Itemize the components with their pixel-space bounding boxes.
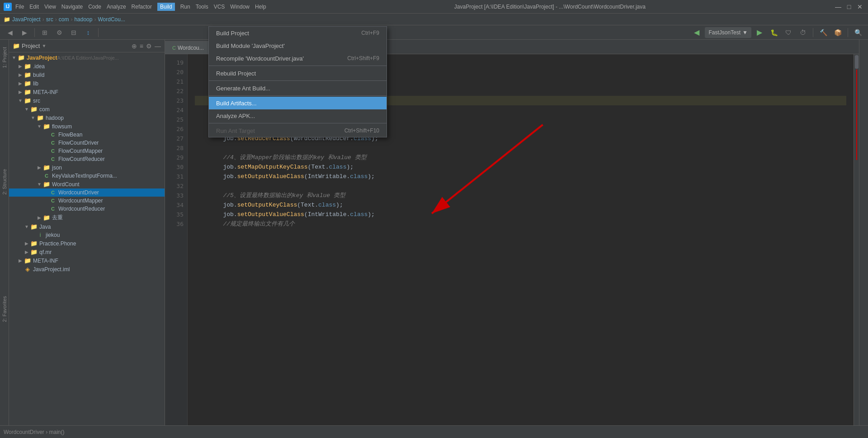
run-config-dropdown[interactable]: FastJsonTest ▼ xyxy=(705,27,751,38)
menu-edit[interactable]: Edit xyxy=(29,4,39,10)
breadcrumb-com[interactable]: com xyxy=(59,16,69,23)
tree-idea[interactable]: ▶ 📁 .idea xyxy=(9,62,165,71)
menu-help[interactable]: Help xyxy=(255,4,266,10)
dd-build-artifacts[interactable]: Build Artifacts... xyxy=(209,97,387,109)
scrollbar-thumb[interactable] xyxy=(855,55,859,69)
tree-keyvalue[interactable]: C KeyValueTextInputForma... xyxy=(9,172,165,180)
project-close-icon[interactable]: — xyxy=(155,42,161,50)
breadcrumb-hadoop[interactable]: hadoop xyxy=(74,16,92,23)
build-project-button[interactable]: 🔨 xyxy=(817,26,830,39)
structure-tab[interactable]: 2: Structure xyxy=(2,165,7,198)
tree-wordcountreducer[interactable]: C WordcountReducer xyxy=(9,205,165,213)
nav-prev-button[interactable]: ◀ xyxy=(690,26,703,39)
menu-tools[interactable]: Tools xyxy=(196,4,208,10)
breadcrumb-javaproject[interactable]: JavaProject xyxy=(12,16,41,23)
ln-19: 19 xyxy=(165,58,184,67)
sdk-button[interactable]: 📦 xyxy=(831,26,844,39)
menu-analyze[interactable]: Analyze xyxy=(107,4,126,10)
run-config-chevron: ▼ xyxy=(742,29,748,36)
code-34: job.setOutputKeyClass(Text.class); xyxy=(195,200,846,210)
tree-wordcount[interactable]: ▼ 📁 WordCount xyxy=(9,180,165,188)
breadcrumb-wordcount[interactable]: WordCou... xyxy=(98,16,125,23)
flowbean-icon: C xyxy=(49,132,57,137)
tree-practice-phone[interactable]: ▶ 📁 Practice.Phone xyxy=(9,239,165,248)
project-dropdown-icon[interactable]: ▼ xyxy=(42,43,46,48)
menu-run[interactable]: Run xyxy=(180,4,190,10)
menu-vcs[interactable]: VCS xyxy=(214,4,225,10)
menu-navigate[interactable]: Navigate xyxy=(61,4,83,10)
tree-com[interactable]: ▼ 📁 com xyxy=(9,105,165,113)
dd-build-project[interactable]: Build Project Ctrl+F9 xyxy=(209,27,387,39)
dd-analyze-apk[interactable]: Analyze APK... xyxy=(209,109,387,122)
tree-build[interactable]: ▶ 📁 build xyxy=(9,71,165,79)
tree-flowsum[interactable]: ▼ 📁 flowsum xyxy=(9,122,165,131)
menu-window[interactable]: Window xyxy=(230,4,250,10)
menu-view[interactable]: View xyxy=(44,4,56,10)
menu-build[interactable]: Build xyxy=(157,3,175,11)
scrollbar[interactable] xyxy=(854,54,859,425)
dd-rebuild[interactable]: Rebuild Project xyxy=(209,67,387,80)
menu-refactor[interactable]: Refactor xyxy=(132,4,152,10)
dd-run-ant: Run Ant Target Ctrl+Shift+F10 xyxy=(209,124,387,137)
menu-code[interactable]: Code xyxy=(88,4,101,10)
tree-flowcountmapper[interactable]: C FlowCountMapper xyxy=(9,147,165,155)
hadoop-label: hadoop xyxy=(46,115,64,121)
maximize-button[interactable]: □ xyxy=(844,2,854,11)
project-title-label: Project xyxy=(22,42,40,49)
tree-root[interactable]: ▼ 📁 JavaProject A:\IDEA Edition\JavaProj… xyxy=(9,53,165,62)
flowcountmapper-label: FlowCountMapper xyxy=(58,148,103,154)
debug-button[interactable]: 🐛 xyxy=(768,26,780,39)
tree-lib[interactable]: ▶ 📁 lib xyxy=(9,79,165,88)
tree-iml[interactable]: ◈ JavaProject.iml xyxy=(9,265,165,273)
dd-build-module[interactable]: Build Module 'JavaProject' xyxy=(209,39,387,52)
project-settings-icon[interactable]: ⚙ xyxy=(146,42,152,50)
build-label: build xyxy=(33,72,44,78)
tree-hadoop[interactable]: ▼ 📁 hadoop xyxy=(9,113,165,122)
tree-flowbean[interactable]: C FlowBean xyxy=(9,131,165,139)
coverage-button[interactable]: 🛡 xyxy=(782,26,795,39)
tree-quchong[interactable]: ▶ 📁 去重 xyxy=(9,213,165,222)
ln-22: 22 xyxy=(165,86,184,96)
tree-flowcountreducer[interactable]: C FlowCountReducer xyxy=(9,155,165,163)
menu-file[interactable]: File xyxy=(15,4,24,10)
tree-wordcountmapper[interactable]: C WordcountMapper xyxy=(9,197,165,205)
project-sync-icon[interactable]: ⊕ xyxy=(132,42,137,50)
tree-json[interactable]: ▶ 📁 json xyxy=(9,163,165,172)
dd-generate-ant[interactable]: Generate Ant Build... xyxy=(209,82,387,94)
quchong-label: 去重 xyxy=(52,214,63,221)
forward-button[interactable]: ▶ xyxy=(18,26,31,39)
profile-button[interactable]: ⏱ xyxy=(797,26,809,39)
ln-28: 28 xyxy=(165,143,184,153)
expand-button[interactable]: ↕ xyxy=(82,26,94,39)
flowsum-folder-icon: 📁 xyxy=(42,123,51,130)
tree-meta-inf2[interactable]: ▶ 📁 META-INF xyxy=(9,256,165,265)
run-config-name: FastJsonTest xyxy=(708,29,741,36)
settings-button[interactable]: ⚙ xyxy=(53,26,66,39)
run-button[interactable]: ▶ xyxy=(753,26,766,39)
tree-meta-inf[interactable]: ▶ 📁 META-INF xyxy=(9,88,165,96)
main-layout: 1: Project 2: Structure 2: Favorites 📁 P… xyxy=(0,40,868,425)
collapse-button[interactable]: ⊟ xyxy=(67,26,80,39)
tab-wordcount[interactable]: C Wordcou... xyxy=(165,41,212,54)
tree-qfmr[interactable]: ▶ 📁 qf.mr xyxy=(9,248,165,256)
recent-files-button[interactable]: ⊞ xyxy=(38,26,51,39)
dd-recompile[interactable]: Recompile 'WordcountDriver.java' Ctrl+Sh… xyxy=(209,52,387,65)
favorites-tab[interactable]: 2: Favorites xyxy=(2,292,7,325)
tree-flowcountdriver[interactable]: C FlowCountDriver xyxy=(9,139,165,147)
project-tab[interactable]: 1: Project xyxy=(2,43,7,71)
close-button[interactable]: ✕ xyxy=(855,2,864,11)
wordcountreducer-icon: C xyxy=(49,206,57,212)
breadcrumb-src[interactable]: src xyxy=(46,16,53,23)
back-button[interactable]: ◀ xyxy=(4,26,16,39)
tree-wordcountdriver[interactable]: C WordcountDriver xyxy=(9,188,165,197)
dd-generate-ant-label: Generate Ant Build... xyxy=(216,85,270,92)
java-label: Java xyxy=(39,224,51,230)
minimize-button[interactable]: — xyxy=(834,2,843,11)
tree-jiekou[interactable]: i jiekou xyxy=(9,231,165,239)
search-everywhere-button[interactable]: 🔍 xyxy=(852,26,864,39)
dd-build-project-label: Build Project xyxy=(216,30,249,37)
tree-src[interactable]: ▼ 📁 src xyxy=(9,96,165,105)
project-layout-icon[interactable]: ≡ xyxy=(140,42,143,50)
title-bar: IJ File Edit View Navigate Code Analyze … xyxy=(0,0,868,14)
tree-java[interactable]: ▼ 📁 Java xyxy=(9,222,165,231)
